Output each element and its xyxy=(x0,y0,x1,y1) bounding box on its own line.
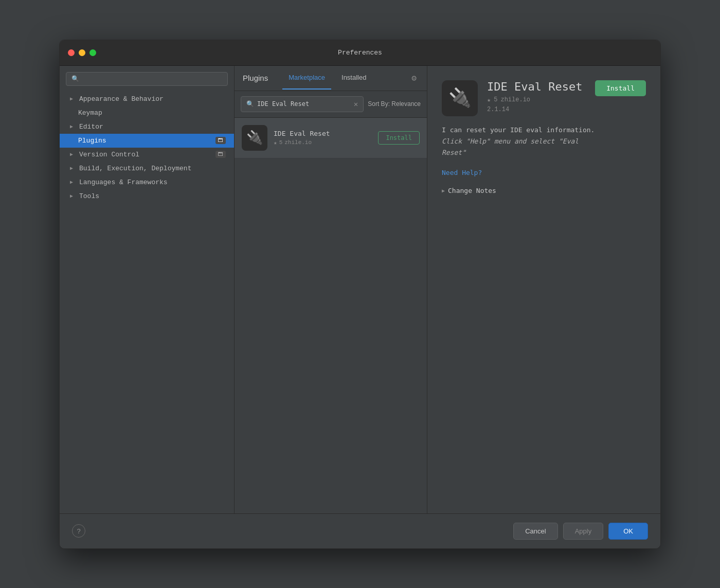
help-button[interactable]: ? xyxy=(72,524,85,538)
close-traffic-light[interactable] xyxy=(68,49,75,56)
star-icon: ★ xyxy=(274,139,277,146)
search-icon: 🔍 xyxy=(71,75,79,83)
chevron-right-icon: ▶ xyxy=(70,179,76,185)
plugin-search-box[interactable]: 🔍 ✕ xyxy=(241,96,364,112)
chevron-right-icon: ▶ xyxy=(442,188,445,193)
main-content: 🔍 ▶ Appearance & Behavior Keymap ▶ Edito… xyxy=(60,66,660,513)
sidebar-item-version-control[interactable]: ▶ Version Control 🗔 xyxy=(60,148,234,162)
plugin-panel: Plugins Marketplace Marketplace Installe… xyxy=(235,66,427,513)
gear-icon[interactable]: ⚙ xyxy=(409,66,419,91)
sidebar-item-label: Editor xyxy=(79,123,103,131)
detail-plugin-icon: 🔌 xyxy=(442,80,478,116)
footer-buttons: Cancel Apply OK xyxy=(513,523,648,540)
cancel-button[interactable]: Cancel xyxy=(513,523,557,540)
detail-plugin-meta: ★ 5 zhile.io xyxy=(487,96,586,104)
plugin-stars: 5 xyxy=(279,139,283,146)
chevron-right-icon: ▶ xyxy=(70,165,76,171)
sidebar-item-label: Version Control xyxy=(79,151,139,158)
list-item[interactable]: 🔌 IDE Eval Reset ★ 5 zhile.io Install xyxy=(235,118,427,158)
sidebar-search-box[interactable]: 🔍 xyxy=(66,72,228,86)
preferences-window: Preferences 🔍 ▶ Appearance & Behavior Ke… xyxy=(59,40,661,549)
plugin-vendor: zhile.io xyxy=(284,139,312,146)
plugins-header-label: Plugins xyxy=(243,66,274,90)
sidebar-item-build-execution[interactable]: ▶ Build, Execution, Deployment xyxy=(60,162,234,175)
change-notes-section[interactable]: ▶ Change Notes xyxy=(442,187,646,194)
chevron-right-icon: ▶ xyxy=(70,96,76,102)
detail-title-area: IDE Eval Reset ★ 5 zhile.io 2.1.14 xyxy=(487,80,586,113)
minimize-traffic-light[interactable] xyxy=(79,49,85,56)
detail-header: 🔌 IDE Eval Reset ★ 5 zhile.io 2.1.14 Ins… xyxy=(442,80,646,116)
sidebar: 🔍 ▶ Appearance & Behavior Keymap ▶ Edito… xyxy=(60,66,235,513)
install-button-list[interactable]: Install xyxy=(378,131,420,145)
chevron-right-icon: ▶ xyxy=(70,193,76,199)
sidebar-item-plugins[interactable]: Plugins 🗔 xyxy=(60,134,234,148)
detail-stars: 5 xyxy=(494,96,497,103)
sidebar-item-tools[interactable]: ▶ Tools xyxy=(60,189,234,203)
need-help-link[interactable]: Need Help? xyxy=(442,169,646,176)
ok-button[interactable]: OK xyxy=(608,523,648,540)
traffic-lights xyxy=(68,49,96,56)
detail-panel: 🔌 IDE Eval Reset ★ 5 zhile.io 2.1.14 Ins… xyxy=(427,66,660,513)
version-control-badge: 🗔 xyxy=(215,151,226,158)
plugin-tabs-header: Plugins Marketplace Marketplace Installe… xyxy=(235,66,427,91)
sidebar-item-keymap[interactable]: Keymap xyxy=(60,106,234,120)
sidebar-item-languages-frameworks[interactable]: ▶ Languages & Frameworks xyxy=(60,175,234,189)
description-line3: Reset" xyxy=(442,149,466,156)
description-line2: Click "Help" menu and select "Eval xyxy=(442,137,579,145)
chevron-right-icon: ▶ xyxy=(70,123,76,130)
description-line1: I can reset your IDE eval information. xyxy=(442,126,595,134)
detail-plugin-name: IDE Eval Reset xyxy=(487,80,586,93)
plugin-name: IDE Eval Reset xyxy=(274,130,372,137)
sidebar-item-label: Languages & Frameworks xyxy=(79,179,168,186)
window-title: Preferences xyxy=(338,49,382,57)
detail-vendor: zhile.io xyxy=(500,96,530,103)
sidebar-item-label: Plugins xyxy=(78,137,106,145)
detail-version: 2.1.14 xyxy=(487,106,586,113)
sidebar-search-input[interactable] xyxy=(82,75,222,82)
apply-button[interactable]: Apply xyxy=(563,523,604,540)
sidebar-item-label: Build, Execution, Deployment xyxy=(79,165,191,172)
tab-marketplace[interactable]: Marketplace xyxy=(282,66,331,90)
tab-installed[interactable]: Installed xyxy=(335,66,372,90)
plugin-info: IDE Eval Reset ★ 5 zhile.io xyxy=(274,130,372,146)
chevron-right-icon: ▶ xyxy=(70,151,76,157)
change-notes-label: Change Notes xyxy=(448,187,496,194)
detail-star-icon: ★ xyxy=(487,96,491,104)
footer: ? Cancel Apply OK xyxy=(60,513,660,548)
detail-description: I can reset your IDE eval information. C… xyxy=(442,124,646,158)
sidebar-item-label: Tools xyxy=(79,192,99,200)
plugins-badge: 🗔 xyxy=(215,137,226,144)
plugin-meta: ★ 5 zhile.io xyxy=(274,139,372,146)
plugin-search-input[interactable] xyxy=(257,100,351,108)
search-icon: 🔍 xyxy=(246,100,254,108)
plugin-search-area: 🔍 ✕ Sort By: Relevance xyxy=(235,91,427,118)
maximize-traffic-light[interactable] xyxy=(89,49,96,56)
sidebar-item-appearance-behavior[interactable]: ▶ Appearance & Behavior xyxy=(60,92,234,106)
sidebar-item-label: Appearance & Behavior xyxy=(79,95,164,103)
plugin-icon: 🔌 xyxy=(242,125,267,151)
sidebar-item-editor[interactable]: ▶ Editor xyxy=(60,120,234,134)
detail-install-button[interactable]: Install xyxy=(595,80,646,96)
title-bar: Preferences xyxy=(60,40,660,66)
sort-by-button[interactable]: Sort By: Relevance xyxy=(368,100,421,108)
sidebar-item-label: Keymap xyxy=(78,109,102,117)
plugin-list: 🔌 IDE Eval Reset ★ 5 zhile.io Install xyxy=(235,118,427,513)
clear-search-icon[interactable]: ✕ xyxy=(354,100,358,109)
